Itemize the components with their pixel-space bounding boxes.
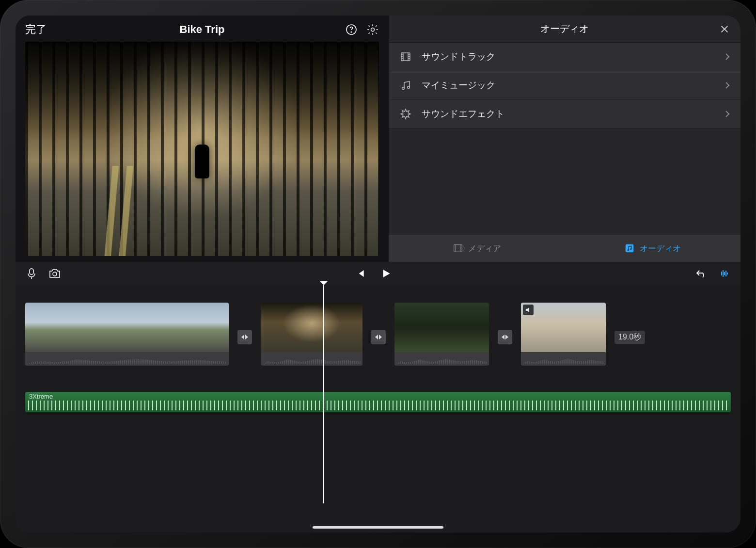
- help-icon[interactable]: [345, 23, 358, 36]
- video-preview[interactable]: [25, 42, 379, 256]
- camera-icon[interactable]: [48, 267, 61, 280]
- svg-point-2: [371, 28, 375, 32]
- svg-point-8: [628, 249, 629, 251]
- svg-point-11: [53, 272, 57, 276]
- playhead[interactable]: [323, 285, 324, 503]
- timeline-toolbar: [16, 262, 740, 285]
- audio-panel: オーディオ サウンドトラック: [389, 16, 740, 262]
- clip-waveform: [521, 352, 606, 366]
- waveform-icon[interactable]: [718, 267, 731, 280]
- audio-panel-header: オーディオ: [389, 16, 740, 43]
- clip-1[interactable]: [25, 303, 229, 366]
- remaining-duration: 19.0秒: [614, 331, 645, 344]
- volume-down-button: [92, 0, 116, 1]
- home-indicator[interactable]: [313, 526, 443, 529]
- mute-icon: [523, 305, 534, 315]
- microphone-icon[interactable]: [25, 267, 38, 280]
- close-icon[interactable]: [719, 24, 730, 34]
- my-music-label: マイミュージック: [422, 79, 495, 92]
- timeline[interactable]: 19.0秒 3Xtreme: [16, 285, 740, 532]
- chevron-right-icon: [725, 81, 730, 89]
- clip-2[interactable]: [261, 303, 362, 366]
- clip-waveform: [394, 352, 489, 366]
- chevron-right-icon: [725, 110, 730, 118]
- sound-effects-row[interactable]: サウンドエフェクト: [389, 100, 740, 129]
- tab-media-label: メディア: [468, 243, 501, 254]
- clip-4[interactable]: [521, 303, 606, 366]
- tab-audio[interactable]: オーディオ: [565, 235, 740, 262]
- ipad-frame: 完了 Bike Trip: [0, 0, 756, 548]
- my-music-row[interactable]: マイミュージック: [389, 71, 740, 100]
- gear-icon[interactable]: [366, 23, 379, 36]
- transition-1[interactable]: [237, 330, 252, 344]
- tab-audio-label: オーディオ: [640, 243, 681, 254]
- clip-3[interactable]: [394, 303, 489, 366]
- svg-point-9: [630, 248, 631, 250]
- project-title: Bike Trip: [180, 23, 225, 36]
- volume-up-button: [63, 0, 87, 1]
- toolbar-right: [695, 267, 731, 280]
- skip-back-icon[interactable]: [355, 267, 367, 280]
- sound-effects-label: サウンドエフェクト: [422, 108, 504, 120]
- preview-header: 完了 Bike Trip: [16, 16, 389, 42]
- svg-rect-7: [626, 244, 634, 253]
- svg-rect-6: [454, 245, 462, 252]
- tab-media[interactable]: メディア: [389, 235, 565, 262]
- video-track: 19.0秒: [16, 303, 740, 385]
- audio-track-name: 3Xtreme: [29, 393, 53, 400]
- audio-track[interactable]: 3Xtreme: [25, 392, 731, 412]
- transition-2[interactable]: [371, 330, 386, 344]
- upper-area: 完了 Bike Trip: [16, 16, 740, 262]
- undo-icon[interactable]: [695, 267, 708, 280]
- transition-3[interactable]: [498, 330, 512, 344]
- clip-waveform: [261, 352, 362, 366]
- panel-tabs: メディア オーディオ: [389, 235, 740, 262]
- svg-rect-10: [30, 269, 33, 274]
- clip-waveform: [25, 352, 229, 366]
- preview-scene: [25, 166, 379, 256]
- chevron-right-icon: [725, 53, 730, 61]
- soundtrack-label: サウンドトラック: [422, 50, 495, 63]
- music-note-icon: [399, 79, 412, 92]
- filmstrip-icon: [399, 50, 412, 63]
- screen: 完了 Bike Trip: [16, 16, 740, 532]
- header-icons: [345, 23, 379, 36]
- playback-controls: [355, 267, 393, 280]
- play-icon[interactable]: [380, 267, 393, 280]
- burst-icon: [399, 108, 412, 120]
- audio-categories: サウンドトラック マイミュージック: [389, 43, 740, 129]
- preview-pane: 完了 Bike Trip: [16, 16, 389, 262]
- svg-point-5: [408, 86, 410, 89]
- svg-point-1: [351, 32, 352, 32]
- audio-panel-title: オーディオ: [540, 22, 589, 35]
- soundtrack-row[interactable]: サウンドトラック: [389, 43, 740, 71]
- done-button[interactable]: 完了: [25, 22, 47, 37]
- svg-point-4: [402, 87, 405, 90]
- power-button: [0, 58, 1, 97]
